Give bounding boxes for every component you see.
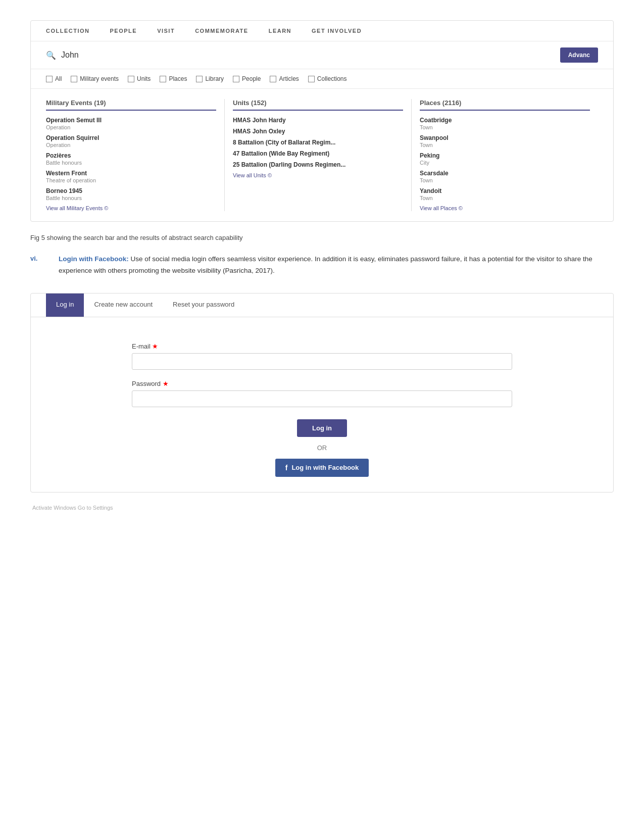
filter-collections[interactable]: Collections <box>308 75 347 82</box>
filter-places-checkbox[interactable] <box>160 76 166 82</box>
fb-login-label: Log in with Facebook <box>291 464 359 471</box>
place-item-0-sub: Town <box>420 124 590 130</box>
filter-collections-label: Collections <box>317 75 347 82</box>
mil-item-4-title: Borneo 1945 <box>46 187 216 194</box>
unit-item-1-title: HMAS John Oxley <box>233 128 403 135</box>
filter-places[interactable]: Places <box>160 75 187 82</box>
mil-item-2-sub: Battle honours <box>46 160 216 166</box>
unit-item-3-title: 47 Battalion (Wide Bay Regiment) <box>233 150 403 157</box>
section-vi: vi. Login with Facebook: Use of social m… <box>30 254 614 277</box>
units-col: Units (152) HMAS John Hardy HMAS John Ox… <box>225 99 412 211</box>
view-all-units-link[interactable]: View all Units © <box>233 172 403 178</box>
place-item-1-title: Swanpool <box>420 134 590 141</box>
place-item-3-sub: Town <box>420 177 590 183</box>
filter-places-label: Places <box>169 75 187 82</box>
place-item-2-sub: City <box>420 160 590 166</box>
filter-people-label: People <box>242 75 261 82</box>
login-tab-bar: Log in Create new account Reset your pas… <box>31 293 613 317</box>
search-icon: 🔍 <box>46 51 56 60</box>
filter-library-checkbox[interactable] <box>196 76 203 82</box>
section-vi-text: Use of social media login offers seamles… <box>59 255 592 274</box>
unit-item-4-title: 25 Battalion (Darling Downs Regimen... <box>233 161 403 168</box>
filter-all-label: All <box>55 75 62 82</box>
place-item-4-sub: Town <box>420 195 590 201</box>
search-screenshot: COLLECTION PEOPLE VISIT COMMEMORATE LEAR… <box>30 20 614 222</box>
section-vi-body: Login with Facebook: Use of social media… <box>59 254 614 277</box>
password-required-star: ★ <box>163 380 169 387</box>
unit-item-2-title: 8 Battalion (City of Ballarat Regim... <box>233 139 403 146</box>
login-form-area: E-mail ★ Password ★ Log in OR f Log in w… <box>31 317 613 492</box>
nav-collection[interactable]: COLLECTION <box>46 28 90 34</box>
mil-item-0-title: Operation Semut III <box>46 117 216 124</box>
filter-military-events[interactable]: Military events <box>71 75 119 82</box>
military-events-header: Military Events (19) <box>46 99 216 111</box>
tab-create-account[interactable]: Create new account <box>84 293 163 317</box>
nav-people[interactable]: PEOPLE <box>110 28 137 34</box>
places-header: Places (2116) <box>420 99 590 111</box>
filter-articles[interactable]: Articles <box>270 75 299 82</box>
view-all-places-link[interactable]: View all Places © <box>420 205 590 211</box>
password-field[interactable] <box>132 390 512 407</box>
unit-item-0-title: HMAS John Hardy <box>233 117 403 124</box>
nav-visit[interactable]: VISIT <box>157 28 175 34</box>
email-required-star: ★ <box>152 342 158 350</box>
login-screenshot: Log in Create new account Reset your pas… <box>30 293 614 493</box>
nav-bar: COLLECTION PEOPLE VISIT COMMEMORATE LEAR… <box>31 21 613 41</box>
section-vi-number: vi. <box>30 254 51 262</box>
place-item-1-sub: Town <box>420 142 590 148</box>
nav-get-involved[interactable]: GET INVOLVED <box>312 28 362 34</box>
place-item-3-title: Scarsdale <box>420 170 590 177</box>
units-header: Units (152) <box>233 99 403 111</box>
email-label: E-mail ★ <box>132 342 512 350</box>
filter-articles-label: Articles <box>279 75 299 82</box>
mil-item-4-sub: Battle honours <box>46 195 216 201</box>
filter-articles-checkbox[interactable] <box>270 76 276 82</box>
tab-login[interactable]: Log in <box>46 293 84 317</box>
bottom-activate-text: Activate Windows Go to Settings <box>30 505 614 511</box>
facebook-login-button[interactable]: f Log in with Facebook <box>275 459 369 477</box>
section-vi-heading: Login with Facebook: <box>59 255 129 263</box>
mil-item-3-title: Western Front <box>46 170 216 177</box>
filter-bar: All Military events Units Places Library… <box>31 69 613 89</box>
tab-reset-password[interactable]: Reset your password <box>163 293 244 317</box>
login-submit-button[interactable]: Log in <box>297 419 347 437</box>
places-col: Places (2116) Coatbridge Town Swanpool T… <box>412 99 598 211</box>
mil-item-1-sub: Operation <box>46 142 216 148</box>
nav-learn[interactable]: LEARN <box>269 28 291 34</box>
fig5-caption: Fig 5 showing the search bar and the res… <box>30 234 614 241</box>
facebook-icon: f <box>285 464 288 472</box>
filter-library-label: Library <box>205 75 224 82</box>
or-divider: OR <box>132 444 512 452</box>
filter-all-checkbox[interactable] <box>46 76 53 82</box>
filter-people[interactable]: People <box>233 75 261 82</box>
email-field[interactable] <box>132 353 512 370</box>
search-bar: 🔍 Advanc <box>31 41 613 69</box>
search-input[interactable] <box>61 51 555 60</box>
place-item-4-title: Yandoit <box>420 187 590 194</box>
filter-units-label: Units <box>137 75 151 82</box>
place-item-0-title: Coatbridge <box>420 117 590 124</box>
place-item-2-title: Peking <box>420 152 590 159</box>
password-label: Password ★ <box>132 380 512 387</box>
nav-commemorate[interactable]: COMMEMORATE <box>195 28 249 34</box>
filter-units[interactable]: Units <box>128 75 151 82</box>
mil-item-3-sub: Theatre of operation <box>46 177 216 183</box>
filter-all[interactable]: All <box>46 75 62 82</box>
mil-item-0-sub: Operation <box>46 124 216 130</box>
filter-units-checkbox[interactable] <box>128 76 134 82</box>
view-all-military-link[interactable]: View all Military Events © <box>46 205 216 211</box>
mil-item-2-title: Pozières <box>46 152 216 159</box>
filter-library[interactable]: Library <box>196 75 224 82</box>
military-events-col: Military Events (19) Operation Semut III… <box>46 99 225 211</box>
results-area: Military Events (19) Operation Semut III… <box>31 89 613 221</box>
mil-item-1-title: Operation Squirrel <box>46 134 216 141</box>
advance-button[interactable]: Advanc <box>560 47 598 63</box>
filter-people-checkbox[interactable] <box>233 76 239 82</box>
filter-collections-checkbox[interactable] <box>308 76 315 82</box>
filter-military-label: Military events <box>80 75 119 82</box>
filter-military-checkbox[interactable] <box>71 76 77 82</box>
